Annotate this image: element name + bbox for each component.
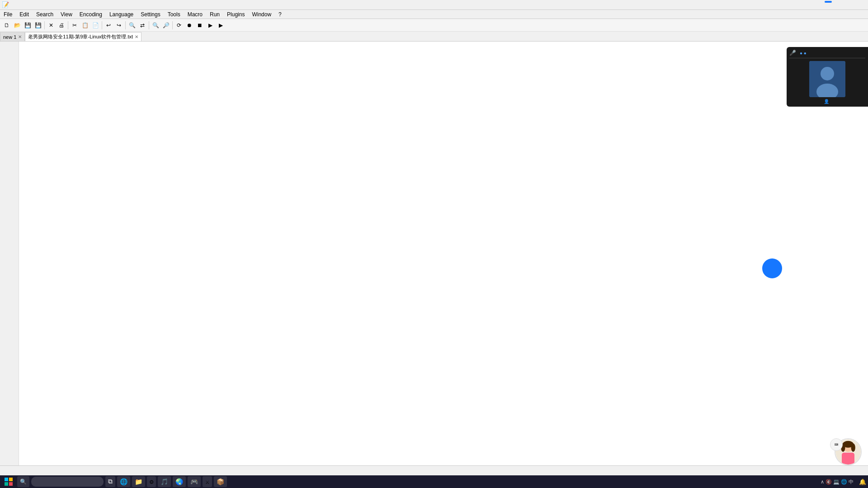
timer-bubble[interactable]: [762, 258, 782, 278]
notification-icon[interactable]: 🔔: [859, 479, 866, 485]
menu-item-language[interactable]: Language: [106, 10, 137, 19]
menu-item-view[interactable]: View: [57, 10, 76, 19]
taskbar-edge[interactable]: 🌐: [117, 476, 130, 487]
taskbar-search-box[interactable]: [31, 477, 104, 487]
game-icon: 🎮: [190, 478, 198, 486]
assistant-widget[interactable]: ⌨: [830, 438, 866, 474]
toolbar-copy[interactable]: 📋: [80, 20, 90, 30]
music-icon: 🎵: [160, 478, 168, 486]
tab-main-file[interactable]: 老男孩网络安全11期-第9章-Linux软件包管理.txt ✕: [25, 32, 142, 41]
taskbar-taskview[interactable]: ⧉: [105, 476, 115, 487]
taskbar-explorer[interactable]: 📁: [132, 476, 145, 487]
toolbar-zoom-out[interactable]: 🔎: [161, 20, 171, 30]
start-button[interactable]: [2, 476, 15, 487]
menu-item-encoding[interactable]: Encoding: [76, 10, 106, 19]
toolbar-separator-3: [102, 21, 102, 29]
svg-rect-0: [5, 478, 8, 481]
app-icon: 📝: [2, 1, 9, 8]
svg-rect-1: [9, 478, 13, 481]
svg-rect-9: [842, 453, 854, 465]
menu-item-settings[interactable]: Settings: [137, 10, 164, 19]
toolbar-sync[interactable]: ⟳: [174, 20, 184, 30]
tab-main-close[interactable]: ✕: [135, 34, 138, 39]
menu-item-?[interactable]: ?: [275, 10, 285, 19]
taskbar-settings[interactable]: ⚙: [147, 476, 156, 487]
taskbar-game[interactable]: 🎮: [188, 476, 201, 487]
toolbar-close[interactable]: ✕: [46, 20, 56, 30]
toolbar-cut[interactable]: ✂: [70, 20, 80, 30]
titlebar: 📝: [0, 0, 868, 10]
toolbar-zoom-in[interactable]: 🔍: [151, 20, 160, 30]
tab-main-label: 老男孩网络安全11期-第9章-Linux软件包管理.txt: [28, 33, 133, 40]
svg-rect-3: [9, 482, 13, 486]
menu-item-macro[interactable]: Macro: [184, 10, 206, 19]
editor[interactable]: [0, 42, 868, 478]
meeting-avatar: [809, 61, 845, 97]
toolbar-paste[interactable]: 📄: [90, 20, 100, 30]
chrome-icon: 🌏: [175, 478, 183, 486]
assist-badge[interactable]: ⌨: [830, 438, 843, 451]
minimize-button[interactable]: [802, 0, 823, 10]
tab-new1[interactable]: new 1 ✕: [0, 32, 25, 41]
toolbar-separator-4: [125, 21, 126, 29]
toolbar-undo[interactable]: ↩: [104, 20, 113, 30]
translate-icon: ⌨: [835, 441, 838, 449]
toolbar: 🗋 📂 💾 💾 ✕ 🖨 ✂ 📋 📄 ↩ ↪ 🔍 ⇄ 🔍 🔎 ⟳ ⏺ ⏹ ▶ ▶: [0, 19, 868, 32]
line-numbers: [0, 42, 19, 478]
edge-icon: 🌐: [120, 478, 127, 486]
taskbar-music[interactable]: 🎵: [158, 476, 171, 487]
toolbar-saveall[interactable]: 💾: [33, 20, 43, 30]
toolbar-macro-rec[interactable]: ⏺: [184, 20, 194, 30]
tab-new1-close[interactable]: ✕: [18, 34, 22, 39]
search-icon: 🔍: [20, 479, 27, 485]
close-button[interactable]: [845, 0, 866, 10]
titlebar-left: 📝: [2, 1, 12, 8]
toolbar-macro-play[interactable]: ▶: [205, 20, 215, 30]
svg-point-13: [851, 443, 855, 452]
toolbar-macro-stop[interactable]: ⏹: [195, 20, 205, 30]
toolbar-redo[interactable]: ↪: [114, 20, 124, 30]
toolbar-separator-2: [68, 21, 68, 29]
menu-item-file[interactable]: File: [0, 10, 16, 19]
taskview-icon: ⧉: [108, 478, 113, 485]
toolbar-separator-1: [44, 21, 45, 29]
titlebar-controls: [802, 0, 866, 10]
app3-icon: 📦: [217, 478, 224, 486]
menu-item-edit[interactable]: Edit: [16, 10, 33, 19]
svg-point-5: [821, 67, 834, 80]
meeting-panel-header: 🎤 ● ●: [789, 50, 865, 58]
menu-item-run[interactable]: Run: [206, 10, 223, 19]
toolbar-replace[interactable]: ⇄: [137, 20, 147, 30]
settings-icon: ⚙: [150, 478, 153, 486]
menu-item-plugins[interactable]: Plugins: [223, 10, 248, 19]
toolbar-find[interactable]: 🔍: [127, 20, 137, 30]
taskbar-right: ∧ 🔇 💻 🌐 中 🔔: [821, 479, 866, 485]
meeting-name: 👤: [789, 99, 865, 104]
menu-item-search[interactable]: Search: [33, 10, 57, 19]
svg-rect-2: [5, 482, 8, 486]
taskbar-search-app[interactable]: 🔍: [17, 476, 29, 487]
tabbar: new 1 ✕ 老男孩网络安全11期-第9章-Linux软件包管理.txt ✕: [0, 32, 868, 42]
person-icon: 👤: [824, 99, 829, 104]
menu-item-window[interactable]: Window: [248, 10, 275, 19]
toolbar-save[interactable]: 💾: [23, 20, 33, 30]
taskbar-chrome[interactable]: 🌏: [173, 476, 186, 487]
taskbar: 🔍 ⧉ 🌐 📁 ⚙ 🎵 🌏 🎮 ⚔ 📦 ∧ 🔇 💻 🌐 中 🔔: [0, 475, 868, 488]
tencent-meeting-badge[interactable]: [825, 1, 832, 3]
toolbar-new[interactable]: 🗋: [2, 20, 12, 30]
mic-icon: 🎤: [789, 50, 796, 56]
app2-icon: ⚔: [205, 478, 209, 486]
taskbar-tray-icons: ∧ 🔇 💻 🌐 中: [821, 479, 854, 485]
explorer-icon: 📁: [135, 478, 142, 486]
taskbar-app3[interactable]: 📦: [214, 476, 227, 487]
taskbar-app2[interactable]: ⚔: [203, 476, 212, 487]
toolbar-print[interactable]: 🖨: [57, 20, 66, 30]
code-content[interactable]: [19, 42, 868, 478]
toolbar-open[interactable]: 📂: [12, 20, 22, 30]
meeting-dots: ● ●: [800, 51, 807, 56]
menu-item-tools[interactable]: Tools: [164, 10, 184, 19]
toolbar-run[interactable]: ▶: [216, 20, 226, 30]
meeting-panel[interactable]: 🎤 ● ● 👤: [787, 47, 868, 107]
statusbar: [0, 465, 868, 475]
toolbar-separator-5: [149, 21, 149, 29]
